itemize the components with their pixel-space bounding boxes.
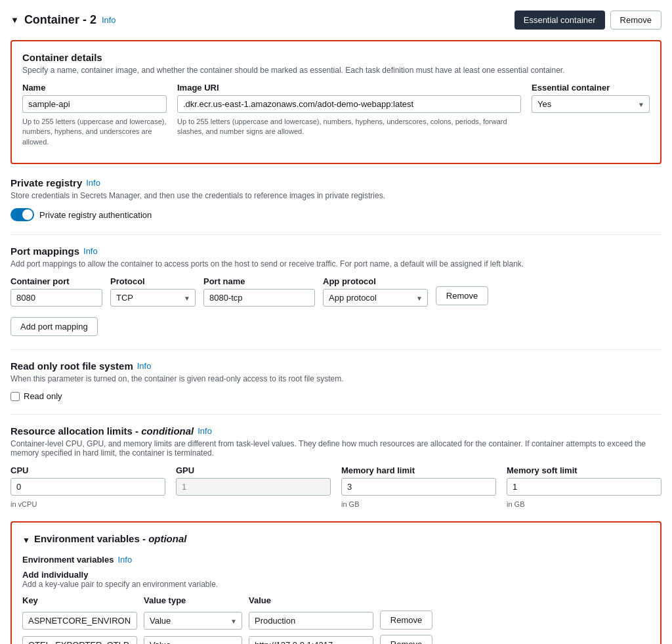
port-name-label: Port name (203, 276, 315, 286)
read-only-label: Read only (24, 391, 62, 401)
header-info-link[interactable]: Info (102, 15, 116, 25)
image-uri-input[interactable] (177, 95, 521, 113)
env-valtype-1-select-wrapper: Value ValueFrom (144, 612, 242, 630)
container-port-group: Container port (10, 276, 102, 307)
cpu-input[interactable] (10, 478, 165, 496)
add-port-mapping-button[interactable]: Add port mapping (10, 317, 98, 336)
memory-soft-group: Memory soft limit in GB (507, 465, 662, 508)
memory-hard-group: Memory hard limit in GB (341, 465, 496, 508)
port-mappings-title: Port mappings (10, 246, 79, 257)
name-field-group: Name Up to 255 letters (uppercase and lo… (22, 83, 167, 147)
app-protocol-select-wrapper: App protocol HTTP HTTP2 gRPC (323, 289, 428, 307)
header-left: ▼ Container - 2 Info (10, 13, 116, 27)
env-remove-1-group: Remove (380, 611, 432, 630)
env-vars-section: ▼ Environment variables - optional Envir… (10, 521, 662, 644)
key-header-label: Key (22, 595, 38, 605)
env-valtype-2-group: Value ValueFrom (144, 636, 242, 644)
port-name-input[interactable] (203, 289, 315, 307)
env-key-1-group (22, 612, 137, 630)
env-key-1-input[interactable] (22, 612, 137, 630)
env-value-2-group (249, 636, 373, 644)
value-type-header-label: Value type (144, 595, 186, 605)
divider-1 (10, 234, 662, 235)
resource-allocation-section: Resource allocation limits - conditional… (10, 425, 662, 508)
gpu-label: GPU (176, 465, 331, 475)
toggle-label: Private registry authentication (39, 210, 152, 220)
resource-allocation-desc: Container-level CPU, GPU, and memory lim… (10, 439, 662, 458)
port-mappings-header: Port mappings Info (10, 246, 662, 257)
port-mappings-section: Port mappings Info Add port mappings to … (10, 246, 662, 336)
read-only-checkbox-row: Read only (10, 391, 662, 401)
port-mappings-desc: Add port mappings to allow the container… (10, 259, 662, 268)
port-mappings-row: Container port Protocol TCP UDP Port nam… (10, 276, 662, 307)
env-value-1-input[interactable] (249, 612, 373, 630)
env-value-2-input[interactable] (249, 636, 373, 644)
container-port-label: Container port (10, 276, 102, 286)
resource-allocation-title: Resource allocation limits - conditional (10, 425, 194, 437)
gpu-input[interactable] (176, 478, 331, 496)
container-details-title: Container details (22, 52, 650, 63)
value-header-label: Value (249, 595, 271, 605)
name-label: Name (22, 83, 167, 93)
env-remove-2-button[interactable]: Remove (380, 635, 432, 644)
env-key-2-input[interactable] (22, 636, 137, 644)
env-remove-1-button[interactable]: Remove (380, 611, 432, 630)
read-only-section: Read only root file system Info When thi… (10, 360, 662, 401)
cpu-label: CPU (10, 465, 165, 475)
app-protocol-select[interactable]: App protocol HTTP HTTP2 gRPC (323, 289, 428, 307)
essential-select[interactable]: Yes No (532, 95, 650, 113)
env-key-2-group (22, 636, 137, 644)
cpu-group: CPU in vCPU (10, 465, 165, 508)
resource-allocation-info-link[interactable]: Info (198, 426, 212, 436)
env-vars-label-header: Environment variables Info (22, 555, 650, 565)
read-only-header: Read only root file system Info (10, 360, 662, 372)
private-registry-header: Private registry Info (10, 177, 662, 188)
read-only-checkbox[interactable] (10, 392, 20, 401)
env-var-row-2: Value ValueFrom Remove (22, 635, 650, 644)
app-protocol-label: App protocol (323, 276, 428, 286)
port-mappings-info-link[interactable]: Info (83, 246, 98, 256)
env-valtype-2-select[interactable]: Value ValueFrom (144, 636, 242, 644)
port-name-group: Port name (203, 276, 315, 307)
value-type-col-header: Value type (144, 595, 242, 605)
memory-soft-input[interactable] (507, 478, 662, 496)
protocol-group: Protocol TCP UDP (110, 276, 196, 307)
cpu-unit: in vCPU (10, 500, 165, 508)
private-registry-info-link[interactable]: Info (86, 178, 100, 188)
env-var-row-1: Value ValueFrom Remove (22, 611, 650, 630)
env-valtype-1-group: Value ValueFrom (144, 612, 242, 630)
essential-label: Essential container (532, 83, 650, 93)
env-vars-body: Environment variables Info Add individua… (22, 555, 650, 644)
divider-3 (10, 414, 662, 415)
essential-container-button[interactable]: Essential container (514, 11, 605, 30)
container-details-desc: Specify a name, container image, and whe… (22, 66, 650, 75)
env-remove-2-group: Remove (380, 635, 432, 644)
add-individually-desc: Add a key-value pair to specify an envir… (22, 580, 650, 589)
memory-soft-label: Memory soft limit (507, 465, 662, 475)
private-registry-section: Private registry Info Store credentials … (10, 177, 662, 221)
protocol-label: Protocol (110, 276, 196, 286)
env-vars-title: Environment variables - optional (34, 533, 187, 544)
container-details-section: Container details Specify a name, contai… (10, 40, 662, 164)
container-port-input[interactable] (10, 289, 102, 307)
page-header: ▼ Container - 2 Info Essential container… (10, 11, 662, 30)
collapse-icon[interactable]: ▼ (10, 15, 19, 25)
read-only-info-link[interactable]: Info (137, 361, 152, 371)
remove-container-button[interactable]: Remove (610, 11, 662, 30)
protocol-select[interactable]: TCP UDP (110, 289, 196, 307)
name-input[interactable] (22, 95, 167, 113)
env-valtype-1-select[interactable]: Value ValueFrom (144, 612, 242, 630)
divider-2 (10, 349, 662, 350)
private-registry-toggle[interactable] (10, 208, 34, 221)
essential-field-group: Essential container Yes No (532, 83, 650, 147)
env-vars-label: Environment variables (22, 555, 114, 565)
env-vars-col-headers: Key Value type Value (22, 595, 650, 605)
private-registry-title: Private registry (10, 177, 82, 188)
image-uri-hint: Up to 255 letters (uppercase and lowerca… (177, 117, 521, 137)
remove-port-button[interactable]: Remove (436, 286, 488, 305)
env-vars-collapsible-header[interactable]: ▼ Environment variables - optional (22, 533, 650, 547)
env-vars-info-link[interactable]: Info (117, 555, 132, 565)
header-buttons: Essential container Remove (514, 11, 662, 30)
key-col-header: Key (22, 595, 137, 605)
memory-hard-input[interactable] (341, 478, 496, 496)
